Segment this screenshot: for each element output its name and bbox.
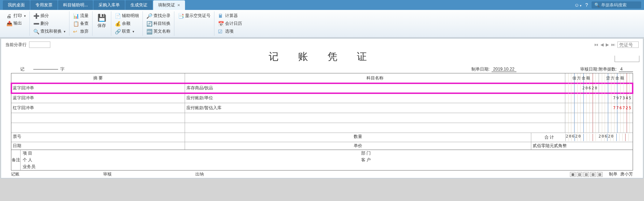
voucher-word-value[interactable] [33,69,58,69]
col-debit-header: 借方金额 [565,73,599,83]
delete-row-button[interactable]: ➖删分 [32,20,67,27]
flow-button[interactable]: 📊流量 [72,12,90,19]
mini-btn-5[interactable]: ▨ [597,172,603,177]
make-date-value[interactable]: 2019.10.22 [492,67,516,72]
assoc-button[interactable]: 🔗联查▾ [113,28,140,35]
cell-credit[interactable] [599,83,633,93]
insert-row-button[interactable]: ➕插分 [32,12,67,19]
tab-account-aux[interactable]: 科目辅助明... [58,0,93,10]
cell-account[interactable] [185,113,565,123]
tab-generate-voucher[interactable]: 生成凭证 [125,0,152,10]
make-date-label: 制单日期: [471,66,489,72]
tab-desktop[interactable]: 我的桌面 [3,0,30,10]
cell-summary[interactable]: 蓝字回冲单 [11,93,185,103]
cell-summary[interactable]: 红字回冲单 [11,103,185,113]
cell-summary[interactable] [11,113,185,123]
account-convert-button[interactable]: 🔄科目转换 [145,20,172,27]
voucher-no-input[interactable] [617,41,639,48]
review-button[interactable]: 📋备查 [72,20,90,27]
save-icon: 💾 [97,13,106,22]
find-replace-button[interactable]: 🔍查找和替换▾ [32,28,67,35]
col-credit-header: 贷方金额 [599,73,633,83]
find-entry-icon: 🔎 [146,13,152,19]
col-summary-header: 摘 要 [11,73,185,83]
sign-audit: 审核 [103,171,195,177]
maker-name: 唐小芳 [620,171,633,177]
cell-summary[interactable] [11,123,185,133]
cell-credit[interactable] [599,113,633,123]
printer-icon: 🖨 [6,13,12,19]
nav-prev-icon[interactable]: ◀ [600,42,604,47]
col-account-header: 科目名称 [185,73,565,83]
current-row-label: 当前分录行 [5,42,27,48]
tab-invoice[interactable]: 专用发票 [30,0,57,10]
smile-icon[interactable]: ☺▾ [574,2,582,8]
total-label: 合 计 [533,134,566,141]
nav-first-icon[interactable]: ⏮ [594,42,598,47]
project-label: 项 目 [23,150,44,156]
balance-button[interactable]: 💰余额 [113,20,140,27]
cell-summary[interactable]: 蓝字回冲单 [11,83,185,93]
current-row-input[interactable] [29,41,50,48]
cell-credit[interactable]: 797345 [599,93,633,103]
nav-next-icon[interactable]: ▶ [606,42,609,47]
flow-icon: 📊 [73,13,79,19]
cell-credit[interactable]: 776725 [599,103,633,113]
cell-debit[interactable] [565,113,599,123]
table-row[interactable] [11,123,633,133]
english-name-button[interactable]: 🔤英文名称 [145,28,172,35]
cell-account[interactable] [185,123,565,133]
cell-account[interactable]: 应付账款/单位 [185,93,565,103]
cell-credit[interactable] [599,123,633,133]
calendar-button[interactable]: 📅会计日历 [217,20,243,27]
total-debit: 20620 [566,134,598,141]
mini-btn-4[interactable]: ▧ [590,172,596,177]
find-replace-icon: 🔍 [33,29,39,34]
cell-debit[interactable]: 20620 [565,83,599,93]
amount-words: 贰佰零陆元贰角整 [531,142,633,150]
total-credit: 20620 [599,134,631,141]
save-button[interactable]: 💾保存 [95,12,109,30]
tab-fill-voucher[interactable]: 填制凭证✕ [153,0,185,10]
tab-purchase-in[interactable]: 采购入库单 [94,0,125,10]
print-button[interactable]: 🖨打印▾ [5,12,27,19]
cell-account[interactable]: 库存商品/饮品 [185,83,565,93]
cell-account[interactable]: 应付账款/暂估入库 [185,103,565,113]
remarks-box: 备注 项 目部 门 个 人客 户 业务员 [11,150,633,171]
table-row[interactable] [11,113,633,123]
mini-btn-2[interactable]: ▤ [577,172,582,177]
calculator-button[interactable]: 🖩计算器 [217,12,243,19]
aux-detail-button[interactable]: 📄辅助明细 [113,12,140,19]
help-icon[interactable]: ? [585,2,588,8]
empty-voucher-icon: 📑 [178,13,184,19]
table-row[interactable]: 蓝字回冲单 应付账款/单位 797345 [11,93,633,103]
customer-label: 客 户 [361,157,631,163]
stamp-box [615,56,639,62]
mini-btn-1[interactable]: ▦ [570,172,576,177]
voucher-content: 当前分录行 ⏮ ◀ ▶ ⏭ 🔍 记 账 凭 证 记 字 制单日期:2019.10… [1,38,643,178]
show-empty-button[interactable]: 📑显示空凭证号 [177,12,212,19]
mini-btn-3[interactable]: ▥ [583,172,589,177]
bill-no-label: 票号 [11,133,185,142]
options-button[interactable]: ☑选项 [217,28,243,35]
table-row[interactable]: 红字回冲单 应付账款/暂估入库 776725 [11,103,633,113]
find-entry-button[interactable]: 🔎查找分录 [145,12,172,19]
cell-debit[interactable] [565,93,599,103]
tab-row: 我的桌面 专用发票 科目辅助明... 采购入库单 生成凭证 填制凭证✕ [3,0,185,10]
output-button[interactable]: 📤输出 [5,19,27,27]
options-icon: ☑ [218,29,224,34]
nav-last-icon[interactable]: ⏭ [611,42,615,47]
close-icon[interactable]: ✕ [177,3,180,7]
barcode-search[interactable]: 🔍 [592,1,641,9]
abandon-button[interactable]: ↩放弃 [72,28,90,35]
export-icon: 📤 [6,21,12,26]
abandon-icon: ↩ [73,29,79,34]
date-row: 日期 单价 贰佰零陆元贰角整 [11,142,633,150]
voucher-title: 记 账 凭 证 [1,49,643,66]
attach-value[interactable]: 4 [619,67,633,72]
balance-icon: 💰 [115,21,121,27]
barcode-search-input[interactable] [601,2,638,7]
cell-debit[interactable] [565,123,599,133]
cell-debit[interactable] [565,103,599,113]
table-row[interactable]: 蓝字回冲单 库存商品/饮品 20620 [11,83,633,93]
